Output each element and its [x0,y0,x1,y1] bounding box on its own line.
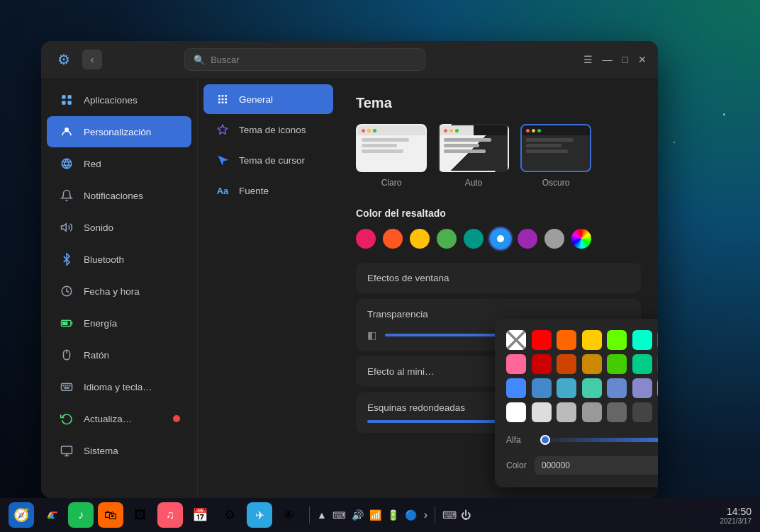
app-icon: ⚙ [52,48,75,71]
svg-rect-2 [62,101,65,105]
color-cell-lightgray[interactable] [532,402,552,422]
apps-icon [58,91,75,108]
sub-sidebar-general[interactable]: General [203,84,333,114]
color-gray[interactable] [544,229,564,249]
sub-sidebar-icons[interactable]: Tema de iconos [203,115,333,145]
taskbar-app-chrome[interactable] [38,502,64,528]
sidebar-item-apps[interactable]: Aplicaciones [47,84,191,115]
window-effects-label: Efectos de ventana [367,273,449,283]
color-cell-transparent[interactable] [506,330,526,350]
sidebar-item-datetime[interactable]: Fecha y hora [47,276,191,307]
color-cell-emerald[interactable] [632,354,652,374]
color-cell-green2[interactable] [607,354,627,374]
color-cell-verydark[interactable] [657,402,658,422]
sub-sidebar-font[interactable]: Aa Fuente [203,176,333,205]
search-bar[interactable]: 🔍 Buscar [184,48,425,71]
color-cell-skyblue[interactable] [557,378,576,398]
taskbar-more-icon[interactable]: › [424,509,428,521]
theme-preview-light [356,124,427,172]
sidebar-item-network[interactable]: Red [47,148,191,179]
taskbar-power-icon[interactable]: ⏻ [461,509,471,521]
color-cell-lavender[interactable] [632,378,652,398]
menu-icon[interactable]: ☰ [583,54,593,65]
color-cell-red[interactable] [532,330,552,350]
color-cell-lime[interactable] [607,330,627,350]
window-effects-row[interactable]: Efectos de ventana [356,263,641,293]
color-hex-field[interactable]: 000000 [535,456,658,475]
location-icon[interactable]: ▲ [317,509,327,521]
bluetooth-taskbar-icon[interactable]: 🔵 [405,509,417,521]
color-cell-brown[interactable] [557,354,576,374]
alpha-track[interactable] [535,438,658,442]
taskbar-app-telegram[interactable]: ✈ [247,502,272,528]
alpha-thumb[interactable] [540,435,550,445]
color-section-title: Color del resaltado [356,208,641,219]
taskbar-app-music[interactable]: ♫ [157,502,183,528]
section-title: Tema [356,95,641,111]
taskbar-app-finder[interactable]: 🧭 [9,502,34,528]
color-cell-dimgray[interactable] [607,402,627,422]
taskbar-app-appstore[interactable]: 🛍 [98,502,123,528]
sidebar-item-keyboard[interactable]: Idioma y tecla… [47,371,191,402]
color-cell-darkred[interactable] [532,354,552,374]
color-cell-darkorange[interactable] [557,330,576,350]
sidebar-item-notif[interactable]: Notificaciones [47,180,191,211]
maximize-button[interactable]: □ [622,54,628,65]
color-cell-silver[interactable] [557,402,576,422]
color-cell-periwinkle[interactable] [607,378,627,398]
sub-sidebar-cursor[interactable]: Tema de cursor [203,145,333,175]
close-button[interactable]: ✕ [638,54,647,65]
color-cell-pink[interactable] [506,354,526,374]
slider-left-icon: ◧ [367,329,376,341]
color-cell-navy[interactable] [657,354,658,374]
color-cell-cyan[interactable] [632,330,652,350]
svg-point-5 [62,159,72,169]
color-row [356,229,641,249]
color-cell-gray[interactable] [582,402,602,422]
sidebar-item-sound[interactable]: Sonido [47,212,191,243]
color-yellow[interactable] [410,229,430,249]
taskbar-app-finder2[interactable]: 🖼 [128,502,153,528]
color-cell-amber[interactable] [582,354,602,374]
keyboard-icon [58,378,75,395]
battery-icon[interactable]: 🔋 [387,509,399,521]
theme-auto[interactable]: Auto [438,124,509,188]
taskbar-app-spotify[interactable]: ♪ [68,502,94,528]
minimize-button[interactable]: — [603,54,613,65]
search-placeholder: Buscar [211,55,239,65]
color-pink[interactable] [356,229,376,249]
volume-icon[interactable]: 🔊 [352,509,364,521]
color-blue[interactable] [491,229,510,249]
keyboard-layout-icon[interactable]: ⌨ [332,510,346,521]
color-orange[interactable] [383,229,403,249]
color-cell-steelblue[interactable] [532,378,552,398]
back-button[interactable]: ‹ [82,50,102,69]
color-multicolor[interactable] [571,229,591,249]
taskbar-app-settings[interactable]: ⚙ [217,502,242,528]
color-purple[interactable] [518,229,537,249]
color-cell-white[interactable] [506,402,526,422]
window-body: Aplicaciones Personalización [41,78,658,498]
color-cell-darkgray[interactable] [632,402,652,422]
color-cell-cornflower[interactable] [506,378,526,398]
sidebar-item-bluetooth[interactable]: Bluetooth [47,244,191,275]
color-cell-mauve[interactable] [657,378,658,398]
sidebar-item-energy[interactable]: Energía [47,307,191,339]
sidebar-item-mouse[interactable]: Ratón [47,339,191,370]
theme-dark[interactable]: Oscuro [520,124,591,188]
sidebar-item-update[interactable]: Actualiza… [47,403,191,434]
taskbar-app-watcher[interactable]: 👁 [276,502,302,528]
color-cell-gold[interactable] [582,330,602,350]
sidebar-label-bluetooth: Bluetooth [84,254,124,265]
theme-label-light: Claro [381,178,402,188]
color-teal[interactable] [464,229,484,249]
sidebar-item-personal[interactable]: Personalización [47,116,191,147]
taskbar-app-calendar[interactable]: 📅 [187,502,213,528]
taskbar-keyboard-icon[interactable]: ⌨ [442,509,457,521]
theme-light[interactable]: Claro [356,124,427,188]
color-cell-seafoam[interactable] [582,378,602,398]
color-cell-blue2[interactable] [657,330,658,350]
color-green[interactable] [437,229,457,249]
wifi-icon[interactable]: 📶 [369,509,381,521]
sidebar-item-system[interactable]: Sistema [47,435,191,466]
